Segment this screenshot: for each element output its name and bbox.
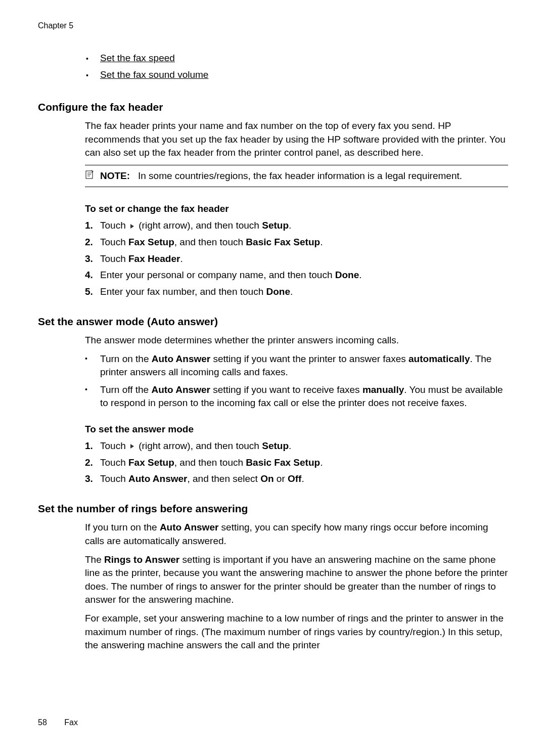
right-arrow-icon [129,439,135,453]
step-content: Enter your fax number, and then touch Do… [100,285,508,299]
step-number: 4. [85,269,100,282]
text-bold: Done [266,286,290,297]
bullet-icon: • [85,383,100,410]
svg-marker-4 [130,224,134,229]
text: , and then touch [174,237,246,247]
bullet-content: Turn on the Auto Answer setting if you w… [100,352,508,379]
text-bold: Basic Fax Setup [246,457,320,468]
list-item: 3. Touch Auto Answer, and then select On… [85,472,508,486]
text: . [180,253,183,264]
list-item: 2. Touch Fax Setup, and then touch Basic… [85,456,508,470]
step-number: 2. [85,456,100,470]
list-item: 4. Enter your personal or company name, … [85,269,508,282]
text-bold: Done [335,270,359,280]
text-bold: Auto Answer [151,384,210,395]
bullet-icon: • [85,352,100,379]
bullet-icon: • [86,71,100,81]
text-bold: Off [288,473,301,484]
section-heading: Set the answer mode (Auto answer) [38,314,508,329]
step-content: Enter your personal or company name, and… [100,269,508,282]
svg-marker-5 [130,444,134,449]
step-content: Touch (right arrow), and then touch Setu… [100,219,508,233]
text-bold: Auto Answer [152,353,210,364]
section-configure-fax-header: Configure the fax header The fax header … [38,100,508,299]
step-number: 3. [85,472,100,486]
text: Enter your personal or company name, and… [100,270,335,280]
chapter-label: Chapter 5 [38,20,508,31]
text: . [301,473,304,484]
text: Touch [100,237,128,247]
text: , and then select [187,473,260,484]
list-item: 5. Enter your fax number, and then touch… [85,285,508,299]
text: , and then touch [174,457,246,468]
step-content: Touch Auto Answer, and then select On or… [100,472,508,486]
top-links-list: • Set the fax speed • Set the fax sound … [86,52,508,81]
numbered-list: 1. Touch (right arrow), and then touch S… [85,219,508,299]
section-set-answer-mode: Set the answer mode (Auto answer) The an… [38,314,508,486]
note-box: NOTE: In some countries/regions, the fax… [85,165,508,188]
text-bold: Setup [262,220,289,231]
text: . [320,237,323,247]
bullet-icon: • [86,54,100,64]
footer-section: Fax [64,718,78,727]
text-bold: automatically [408,353,470,364]
text: If you turn on the [85,522,160,532]
link-set-fax-speed[interactable]: Set the fax speed [100,52,175,65]
list-item: • Turn off the Auto Answer setting if yo… [85,383,508,410]
link-item: • Set the fax sound volume [86,68,508,82]
note-content: NOTE: In some countries/regions, the fax… [100,169,508,183]
note-label: NOTE: [100,170,130,181]
text: . [289,440,291,451]
text-bold: manually [362,384,404,395]
text: setting if you want to receive faxes [210,384,362,395]
step-number: 3. [85,252,100,266]
step-content: Touch Fax Header. [100,252,508,266]
text-bold: On [260,473,274,484]
text: setting if you want the printer to answe… [210,353,408,364]
page-number: 58 [38,718,47,727]
page-footer: 58 Fax [38,717,78,728]
text: Touch [100,457,128,468]
list-item: • Turn on the Auto Answer setting if you… [85,352,508,379]
text: . [290,286,293,297]
section-set-number-rings: Set the number of rings before answering… [38,501,508,652]
text: . [289,220,291,231]
list-item: 1. Touch (right arrow), and then touch S… [85,219,508,233]
text: Touch [100,253,128,264]
section-heading: Configure the fax header [38,100,508,114]
intro-paragraph: The answer mode determines whether the p… [85,334,508,347]
text: The [85,554,104,565]
bullet-list: • Turn on the Auto Answer setting if you… [85,352,508,410]
link-item: • Set the fax speed [86,52,508,65]
note-text: In some countries/regions, the fax heade… [138,170,462,181]
text-bold: Fax Header [128,253,180,264]
text: Touch [100,440,128,451]
note-icon [85,169,100,183]
step-number: 5. [85,285,100,299]
step-number: 2. [85,236,100,249]
sub-heading: To set or change the fax header [85,202,508,216]
intro-paragraph: The fax header prints your name and fax … [85,119,508,160]
section-heading: Set the number of rings before answering [38,501,508,516]
link-set-fax-sound-volume[interactable]: Set the fax sound volume [100,68,208,82]
text: . [320,457,323,468]
text-bold: Fax Setup [128,237,174,247]
text-bold: Fax Setup [128,457,174,468]
text-bold: Setup [262,440,289,451]
text: (right arrow), and then touch [136,220,262,231]
text-bold: Auto Answer [128,473,187,484]
list-item: 2. Touch Fax Setup, and then touch Basic… [85,236,508,249]
sub-heading: To set the answer mode [85,423,508,436]
bullet-content: Turn off the Auto Answer setting if you … [100,383,508,410]
step-number: 1. [85,439,100,453]
text-bold: Rings to Answer [104,554,179,565]
step-content: Touch Fax Setup, and then touch Basic Fa… [100,236,508,249]
note-text [132,170,138,181]
paragraph: The Rings to Answer setting is important… [85,553,508,607]
text: or [274,473,288,484]
paragraph: For example, set your answering machine … [85,612,508,652]
paragraph: If you turn on the Auto Answer setting, … [85,521,508,548]
text: Enter your fax number, and then touch [100,286,266,297]
list-item: 3. Touch Fax Header. [85,252,508,266]
text: Touch [100,473,128,484]
